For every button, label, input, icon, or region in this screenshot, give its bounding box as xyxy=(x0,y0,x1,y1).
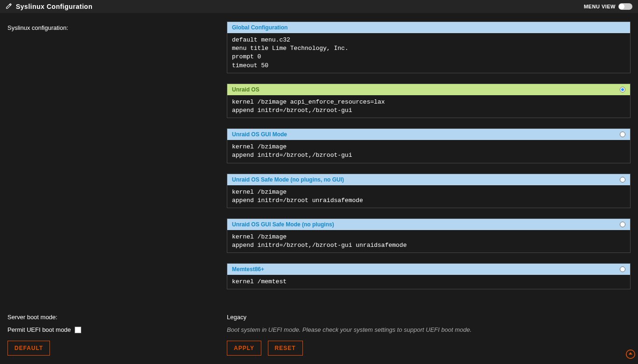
boot-entry-radio[interactable] xyxy=(620,87,625,92)
config-block-header[interactable]: Memtest86+ xyxy=(227,264,630,275)
boot-mode-value: Legacy xyxy=(227,314,631,321)
config-block: Unraid OSkernel /bzimage acpi_enforce_re… xyxy=(227,84,631,118)
page-title: Syslinux Configuration xyxy=(16,3,92,10)
config-block-header: Global Configuration xyxy=(227,22,630,33)
config-block-body[interactable]: kernel /memtest xyxy=(227,275,630,289)
apply-button[interactable]: APPLY xyxy=(227,341,261,356)
config-block-body[interactable]: kernel /bzimage append initrd=/bzroot,/b… xyxy=(227,230,630,252)
config-block-body[interactable]: default menu.c32 menu title Lime Technol… xyxy=(227,33,630,73)
config-block-header[interactable]: Unraid OS GUI Mode xyxy=(227,129,630,140)
config-block: Unraid OS GUI Modekernel /bzimage append… xyxy=(227,128,631,163)
config-block-title: Unraid OS GUI Mode xyxy=(232,131,287,138)
config-block: Memtest86+kernel /memtest xyxy=(227,263,631,289)
config-block: Unraid OS GUI Safe Mode (no plugins)kern… xyxy=(227,218,631,253)
boot-entry-radio[interactable] xyxy=(620,177,625,182)
config-block-body[interactable]: kernel /bzimage acpi_enforce_resources=l… xyxy=(227,95,630,118)
config-entries: Global Configurationdefault menu.c32 men… xyxy=(227,21,631,300)
config-block-body[interactable]: kernel /bzimage append initrd=/bzroot un… xyxy=(227,185,630,208)
uefi-checkbox-label: Permit UEFI boot mode xyxy=(7,326,71,333)
config-block-body[interactable]: kernel /bzimage append initrd=/bzroot,/b… xyxy=(227,140,630,162)
page-header: Syslinux Configuration MENU VIEW xyxy=(0,0,638,13)
page-title-wrap: Syslinux Configuration xyxy=(6,3,92,11)
config-block-title: Global Configuration xyxy=(232,24,287,31)
config-block-header[interactable]: Unraid OS xyxy=(227,84,630,95)
syslinux-config-label: Syslinux configuration: xyxy=(7,21,227,31)
config-block-title: Memtest86+ xyxy=(232,266,264,273)
uefi-hint: Boot system in UEFI mode. Please check y… xyxy=(227,326,631,333)
config-block-title: Unraid OS GUI Safe Mode (no plugins) xyxy=(232,221,334,228)
boot-entry-radio[interactable] xyxy=(620,222,625,227)
boot-entry-radio[interactable] xyxy=(620,132,625,137)
boot-entry-radio[interactable] xyxy=(620,266,625,272)
config-block: Global Configurationdefault menu.c32 men… xyxy=(227,21,631,73)
reset-button[interactable]: RESET xyxy=(268,341,303,356)
config-block-title: Unraid OS Safe Mode (no plugins, no GUI) xyxy=(232,176,344,183)
default-button[interactable]: DEFAULT xyxy=(7,341,50,356)
edit-icon xyxy=(6,3,12,11)
scroll-top-icon[interactable] xyxy=(626,350,635,361)
boot-mode-label: Server boot mode: xyxy=(7,314,227,321)
config-block: Unraid OS Safe Mode (no plugins, no GUI)… xyxy=(227,174,631,208)
config-block-header[interactable]: Unraid OS Safe Mode (no plugins, no GUI) xyxy=(227,174,630,185)
uefi-checkbox[interactable] xyxy=(75,327,81,333)
menu-view-label: MENU VIEW xyxy=(584,4,616,9)
menu-view-toggle[interactable] xyxy=(618,3,632,10)
config-block-header[interactable]: Unraid OS GUI Safe Mode (no plugins) xyxy=(227,219,630,230)
config-block-title: Unraid OS xyxy=(232,86,259,93)
menu-view-toggle-wrap: MENU VIEW xyxy=(584,3,632,10)
